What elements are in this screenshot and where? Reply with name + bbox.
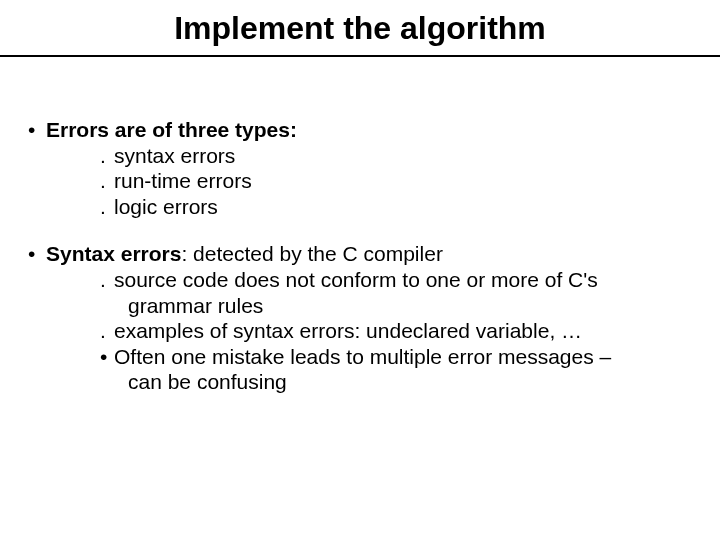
sub-item: • Often one mistake leads to multiple er… [28, 344, 692, 370]
dot-marker: . [100, 194, 114, 220]
sub-item-text: examples of syntax errors: undeclared va… [114, 318, 692, 344]
slide: Implement the algorithm • Errors are of … [0, 0, 720, 540]
slide-content: • Errors are of three types: . syntax er… [0, 57, 720, 395]
block-error-types: • Errors are of three types: . syntax er… [28, 117, 692, 219]
bullet-icon: • [28, 241, 46, 267]
bullet-icon: • [28, 117, 46, 143]
sub-item-continuation: can be confusing [28, 369, 692, 395]
sub-item-text: source code does not conform to one or m… [114, 267, 692, 293]
bullet-text: Syntax errors: detected by the C compile… [46, 241, 692, 267]
sub-item-text: logic errors [114, 194, 692, 220]
sub-item: . examples of syntax errors: undeclared … [28, 318, 692, 344]
sub-item: . source code does not conform to one or… [28, 267, 692, 293]
dot-marker: . [100, 143, 114, 169]
bullet-text-rest: : detected by the C compiler [181, 242, 442, 265]
sub-item-continuation: grammar rules [28, 293, 692, 319]
dot-marker: . [100, 267, 114, 293]
sub-item-text: syntax errors [114, 143, 692, 169]
sub-item: . run-time errors [28, 168, 692, 194]
dot-marker: . [100, 168, 114, 194]
sub-item-text: Often one mistake leads to multiple erro… [114, 344, 692, 370]
sub-item: . logic errors [28, 194, 692, 220]
bullet-text: Errors are of three types: [46, 117, 692, 143]
bullet-text-bold: Syntax errors [46, 242, 181, 265]
bullet-item: • Syntax errors: detected by the C compi… [28, 241, 692, 267]
slide-title: Implement the algorithm [0, 0, 720, 55]
bullet-icon: • [100, 344, 114, 370]
sub-item: . syntax errors [28, 143, 692, 169]
sub-item-text: run-time errors [114, 168, 692, 194]
dot-marker: . [100, 318, 114, 344]
bullet-item: • Errors are of three types: [28, 117, 692, 143]
block-syntax-errors: • Syntax errors: detected by the C compi… [28, 241, 692, 395]
